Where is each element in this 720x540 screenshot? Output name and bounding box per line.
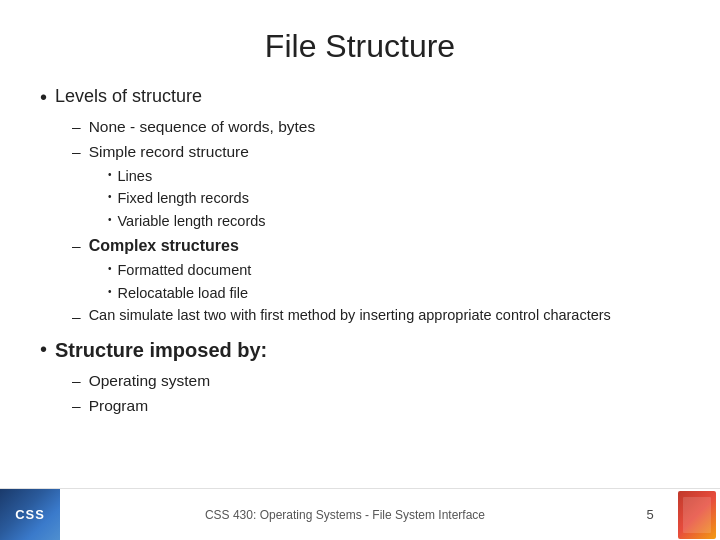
slide-content: • Levels of structure – None - sequence … — [40, 83, 680, 480]
footer-logo-text: CSS — [15, 507, 45, 522]
bullet-structure-imposed: • Structure imposed by: — [40, 335, 680, 365]
bullet-operating-system: – Operating system — [72, 369, 680, 392]
dash-1: – — [72, 115, 81, 138]
dot-relocatable: • — [108, 283, 112, 301]
bullet-l1-text-2: Structure imposed by: — [55, 335, 267, 365]
slide: File Structure • Levels of structure – N… — [0, 0, 720, 540]
bullet-can-simulate: – Can simulate last two with first metho… — [72, 305, 680, 328]
dash-6: – — [72, 394, 81, 417]
dash-3: – — [72, 234, 81, 257]
bullet-l2-text-2: Simple record structure — [89, 140, 249, 163]
footer-center-text: CSS 430: Operating Systems - File System… — [60, 508, 630, 522]
bullet-relocatable: • Relocatable load file — [108, 283, 680, 305]
bullet-l3-text-formatted: Formatted document — [118, 260, 252, 282]
bullet-levels-of-structure: • Levels of structure — [40, 83, 680, 111]
bullet-dot-1: • — [40, 83, 47, 111]
bullet-l3-text-lines: Lines — [118, 166, 153, 188]
footer-logo: CSS — [0, 489, 60, 541]
bullet-simple-record: – Simple record structure — [72, 140, 680, 163]
bullet-complex-structures: – Complex structures — [72, 234, 680, 258]
dot-fixed: • — [108, 188, 112, 206]
bullet-none-sequence: – None - sequence of words, bytes — [72, 115, 680, 138]
bullet-l2-text-1: None - sequence of words, bytes — [89, 115, 316, 138]
bullet-l1-text: Levels of structure — [55, 83, 202, 110]
footer: CSS CSS 430: Operating Systems - File Sy… — [0, 488, 720, 540]
bullet-dot-2: • — [40, 335, 47, 363]
bullet-l3-text-fixed: Fixed length records — [118, 188, 249, 210]
bullet-l2-text-simulate: Can simulate last two with first method … — [89, 305, 611, 325]
dash-5: – — [72, 369, 81, 392]
footer-book-inner — [683, 497, 711, 533]
dash-4: – — [72, 305, 81, 328]
bullet-program: – Program — [72, 394, 680, 417]
dot-lines: • — [108, 166, 112, 184]
bullet-fixed-length: • Fixed length records — [108, 188, 680, 210]
bullet-l2-text-program: Program — [89, 394, 148, 417]
bullet-l3-text-variable: Variable length records — [118, 211, 266, 233]
footer-page-number: 5 — [630, 507, 670, 522]
bullet-variable-length: • Variable length records — [108, 211, 680, 233]
bullet-l2-text-complex: Complex structures — [89, 234, 239, 258]
bullet-l2-text-os: Operating system — [89, 369, 210, 392]
slide-title: File Structure — [40, 28, 680, 65]
dot-variable: • — [108, 211, 112, 229]
bullet-l3-text-relocatable: Relocatable load file — [118, 283, 249, 305]
bullet-lines: • Lines — [108, 166, 680, 188]
footer-book-icon — [678, 491, 716, 539]
dot-formatted: • — [108, 260, 112, 278]
bullet-formatted-doc: • Formatted document — [108, 260, 680, 282]
dash-2: – — [72, 140, 81, 163]
